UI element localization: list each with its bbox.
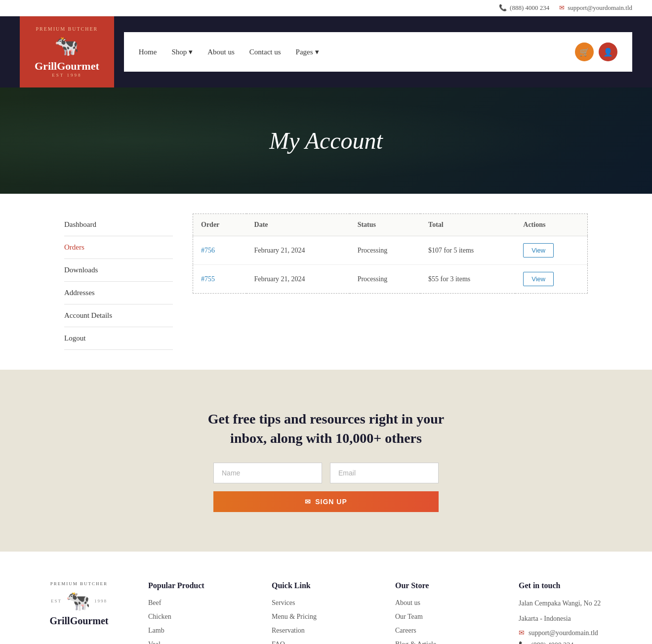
- list-item[interactable]: Our Team: [395, 612, 489, 621]
- sidebar-link-logout[interactable]: Logout: [64, 327, 173, 349]
- sidebar-item-logout[interactable]: Logout: [64, 327, 173, 350]
- list-item[interactable]: Chicken: [148, 612, 242, 621]
- sidebar-item-dashboard[interactable]: Dashboard: [64, 214, 173, 236]
- footer-year-right: 1998: [94, 599, 107, 603]
- sidebar-link-orders[interactable]: Orders: [64, 236, 173, 258]
- footer-logo-name: GrillGourmet: [50, 615, 109, 627]
- footer-col-heading-quick: Quick Link: [272, 581, 366, 590]
- signup-label: SIGN UP: [315, 498, 347, 506]
- sidebar-item-downloads[interactable]: Downloads: [64, 259, 173, 282]
- footer-link-blog[interactable]: Blog & Article: [395, 641, 436, 644]
- nav-home[interactable]: Home: [139, 48, 157, 56]
- footer-quick-link: Quick Link Services Menu & Pricing Reser…: [272, 581, 366, 644]
- sidebar-link-downloads[interactable]: Downloads: [64, 259, 173, 281]
- email-info: ✉ support@yourdomain.tld: [559, 4, 632, 12]
- newsletter-section: Get free tips and resources right in you…: [0, 370, 652, 552]
- envelope-icon: ✉: [305, 498, 311, 506]
- col-date: Date: [246, 214, 350, 236]
- order-date-755: February 21, 2024: [246, 265, 350, 294]
- nav-contact[interactable]: Contact us: [249, 48, 281, 56]
- footer-link-services[interactable]: Services: [272, 599, 295, 606]
- logo-est: EST 1998: [52, 73, 82, 78]
- footer-popular-product: Popular Product Beef Chicken Lamb Veal S…: [148, 581, 242, 644]
- footer-est-left: EST: [51, 599, 62, 603]
- user-button[interactable]: 👤: [599, 43, 617, 61]
- sidebar-item-addresses[interactable]: Addresses: [64, 282, 173, 304]
- main-content: Dashboard Orders Downloads Addresses Acc…: [54, 214, 598, 350]
- newsletter-heading-line1: Get free tips and resources right in you…: [208, 411, 444, 427]
- table-row: #755 February 21, 2024 Processing $55 fo…: [193, 265, 588, 294]
- footer-link-reservation[interactable]: Reservation: [272, 627, 305, 634]
- nav-shop[interactable]: Shop ▾: [171, 47, 193, 56]
- page-title: My Account: [20, 127, 632, 154]
- list-item[interactable]: FAQ: [272, 640, 366, 644]
- list-item[interactable]: About us: [395, 598, 489, 607]
- list-item[interactable]: Services: [272, 598, 366, 607]
- list-item[interactable]: Careers: [395, 626, 489, 635]
- logo[interactable]: PREMIUM BUTCHER 🐄 GrillGourmet EST 1998: [20, 16, 114, 87]
- footer-top: PREMIUM BUTCHER EST 🐄 1998 GrillGourmet …: [40, 581, 612, 644]
- logo-eyebrow: PREMIUM BUTCHER: [36, 26, 98, 32]
- nav-pages[interactable]: Pages ▾: [296, 47, 319, 56]
- footer-link-about[interactable]: About us: [395, 599, 420, 606]
- view-button-756[interactable]: View: [523, 243, 554, 258]
- envelope-icon: ✉: [519, 629, 525, 637]
- footer-col-heading-touch: Get in touch: [519, 581, 612, 590]
- footer-link-chicken[interactable]: Chicken: [148, 613, 171, 620]
- signup-button[interactable]: ✉ SIGN UP: [213, 491, 439, 512]
- site-header: PREMIUM BUTCHER 🐄 GrillGourmet EST 1998 …: [0, 16, 652, 87]
- footer-link-beef[interactable]: Beef: [148, 599, 161, 606]
- footer-address-line1: Jalan Cempaka Wangi, No 22: [519, 598, 612, 608]
- footer-link-team[interactable]: Our Team: [395, 613, 423, 620]
- phone-icon: 📞: [519, 641, 527, 644]
- list-item[interactable]: Menu & Pricing: [272, 612, 366, 621]
- order-id-756[interactable]: #756: [201, 247, 215, 254]
- order-status-755: Processing: [350, 265, 420, 294]
- sidebar-link-addresses[interactable]: Addresses: [64, 282, 173, 304]
- sidebar-link-account-details[interactable]: Account Details: [64, 304, 173, 327]
- footer-link-careers[interactable]: Careers: [395, 627, 416, 634]
- footer-col-heading-store: Our Store: [395, 581, 489, 590]
- col-status: Status: [350, 214, 420, 236]
- name-input[interactable]: [213, 463, 322, 483]
- newsletter-heading-line2: inbox, along with 10,000+ others: [230, 430, 422, 446]
- order-id-755[interactable]: #755: [201, 275, 215, 283]
- email-address: support@yourdomain.tld: [568, 4, 632, 12]
- site-footer: PREMIUM BUTCHER EST 🐄 1998 GrillGourmet …: [0, 552, 652, 644]
- footer-link-menu-pricing[interactable]: Menu & Pricing: [272, 613, 317, 620]
- sidebar-item-orders[interactable]: Orders: [64, 236, 173, 259]
- newsletter-form: [20, 463, 632, 483]
- col-total: Total: [420, 214, 515, 236]
- footer-email-item: ✉ support@yourdomain.tld: [519, 629, 612, 637]
- footer-link-veal[interactable]: Veal: [148, 641, 161, 644]
- sidebar-item-account-details[interactable]: Account Details: [64, 304, 173, 327]
- footer-cow-icon: 🐄: [66, 589, 90, 612]
- chevron-down-icon: ▾: [189, 47, 193, 56]
- phone-icon: 📞: [499, 4, 507, 12]
- list-item[interactable]: Reservation: [272, 626, 366, 635]
- order-date-756: February 21, 2024: [246, 236, 350, 265]
- list-item[interactable]: Lamb: [148, 626, 242, 635]
- hero-section: My Account: [0, 87, 652, 194]
- footer-col-heading-popular: Popular Product: [148, 581, 242, 590]
- nav-about[interactable]: About us: [207, 48, 235, 56]
- footer-link-faq[interactable]: FAQ: [272, 641, 285, 644]
- logo-name: GrillGourmet: [35, 60, 99, 73]
- order-status-756: Processing: [350, 236, 420, 265]
- sidebar-link-dashboard[interactable]: Dashboard: [64, 214, 173, 236]
- footer-link-lamb[interactable]: Lamb: [148, 627, 164, 634]
- chevron-down-icon-pages: ▾: [315, 47, 319, 56]
- cart-button[interactable]: 🛒: [575, 43, 594, 61]
- phone-number: (888) 4000 234: [510, 4, 549, 12]
- list-item[interactable]: Blog & Article: [395, 640, 489, 644]
- list-item[interactable]: Veal: [148, 640, 242, 644]
- col-actions: Actions: [515, 214, 587, 236]
- footer-logo: PREMIUM BUTCHER EST 🐄 1998 GrillGourmet: [40, 581, 119, 644]
- email-input[interactable]: [330, 463, 439, 483]
- orders-section: Order Date Status Total Actions #756 Feb…: [193, 214, 588, 350]
- view-button-755[interactable]: View: [523, 272, 554, 286]
- list-item[interactable]: Beef: [148, 598, 242, 607]
- order-total-756: $107 for 5 items: [420, 236, 515, 265]
- footer-email: support@yourdomain.tld: [529, 629, 598, 637]
- footer-phone-item: 📞 (888) 4000 234: [519, 641, 612, 644]
